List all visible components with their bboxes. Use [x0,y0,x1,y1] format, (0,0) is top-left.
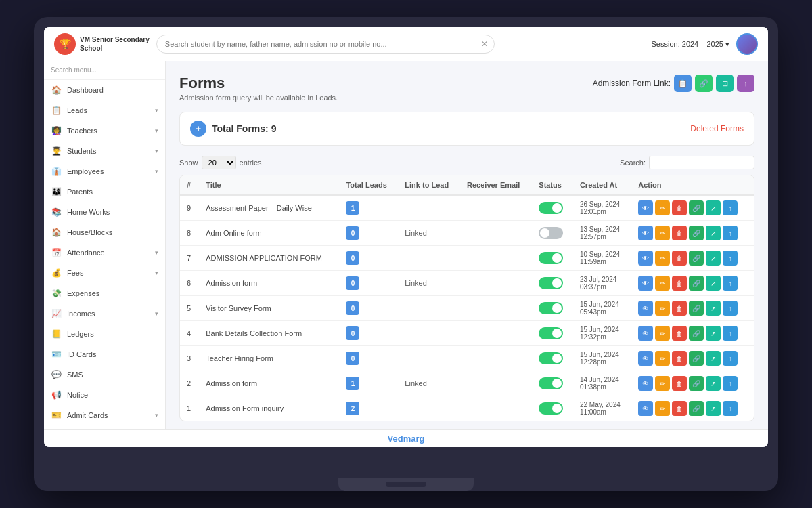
deleted-forms-link[interactable]: Deleted Forms [690,124,744,133]
upload-button[interactable]: ↑ [723,226,738,240]
status-toggle[interactable] [539,252,563,264]
sidebar-item-teachers[interactable]: 👩‍🏫 Teachers ▾ [44,121,165,141]
sidebar-item-attendance[interactable]: 📅 Attendance ▾ [44,242,165,263]
edit-button[interactable]: ✏ [655,351,670,366]
sidebar-item-homeworks[interactable]: 📚 Home Works [44,202,165,222]
sidebar-item-leads[interactable]: 📋 Leads ▾ [44,100,165,121]
share-button[interactable]: ↗ [706,401,721,416]
eye-button[interactable]: 👁 [638,326,653,341]
cell-status[interactable] [532,396,573,421]
edit-button[interactable]: ✏ [655,200,670,215]
sidebar-item-sms[interactable]: 💬 SMS [44,364,165,385]
link-button[interactable]: 🔗 [689,200,704,215]
share-button[interactable]: ↗ [706,200,721,215]
eye-button[interactable]: 👁 [638,251,653,266]
link-button[interactable]: 🔗 [689,326,704,341]
edit-button[interactable]: ✏ [655,276,670,291]
add-form-button[interactable]: + [190,121,206,137]
sidebar-item-fees[interactable]: 💰 Fees ▾ [44,263,165,283]
sidebar-item-parents[interactable]: 👨‍👩‍👦 Parents [44,182,165,202]
cell-status[interactable] [532,371,573,396]
eye-button[interactable]: 👁 [638,351,653,366]
qr-link-button[interactable]: ⊡ [716,75,734,92]
share-link-button[interactable]: 🔗 [695,75,713,92]
sidebar-item-admit-cards[interactable]: 🎫 Admit Cards ▾ [44,405,165,425]
upload-button[interactable]: ↑ [723,401,738,416]
close-icon[interactable]: ✕ [481,39,488,49]
eye-button[interactable]: 👁 [638,200,653,215]
delete-button[interactable]: 🗑 [672,301,687,316]
cell-status[interactable] [532,221,573,246]
upload-button[interactable]: ↑ [723,200,738,215]
link-button[interactable]: 🔗 [689,276,704,291]
delete-button[interactable]: 🗑 [672,326,687,341]
sidebar-item-ledgers[interactable]: 📒 Ledgers [44,324,165,344]
upload-button[interactable]: ↑ [723,326,738,341]
edit-button[interactable]: ✏ [655,251,670,266]
share-button[interactable]: ↗ [706,351,721,366]
delete-button[interactable]: 🗑 [672,226,687,240]
share-button[interactable]: ↗ [706,301,721,316]
embed-link-button[interactable]: ↑ [737,75,754,92]
share-button[interactable]: ↗ [706,326,721,341]
edit-button[interactable]: ✏ [655,401,670,416]
upload-button[interactable]: ↑ [723,376,738,391]
link-button[interactable]: 🔗 [689,401,704,416]
delete-button[interactable]: 🗑 [672,351,687,366]
eye-button[interactable]: 👁 [638,401,653,416]
delete-button[interactable]: 🗑 [672,376,687,391]
status-toggle[interactable] [539,302,563,314]
link-button[interactable]: 🔗 [689,226,704,240]
search-bar[interactable]: ✕ [156,35,495,54]
upload-button[interactable]: ↑ [723,251,738,266]
search-input[interactable] [156,35,495,54]
sidebar-item-incomes[interactable]: 📈 Incomes ▾ [44,303,165,324]
upload-button[interactable]: ↑ [723,276,738,291]
eye-button[interactable]: 👁 [638,301,653,316]
cell-status[interactable] [532,246,573,271]
status-toggle[interactable] [539,277,563,289]
status-toggle[interactable] [539,227,563,239]
status-toggle[interactable] [539,202,563,214]
status-toggle[interactable] [539,402,563,415]
link-button[interactable]: 🔗 [689,376,704,391]
delete-button[interactable]: 🗑 [672,276,687,291]
edit-button[interactable]: ✏ [655,376,670,391]
delete-button[interactable]: 🗑 [672,200,687,215]
sidebar-item-employees[interactable]: 👔 Employees ▾ [44,161,165,182]
share-button[interactable]: ↗ [706,226,721,240]
link-button[interactable]: 🔗 [689,351,704,366]
sidebar-item-expenses[interactable]: 💸 Expenses [44,283,165,303]
edit-button[interactable]: ✏ [655,226,670,240]
share-button[interactable]: ↗ [706,251,721,266]
upload-button[interactable]: ↑ [723,351,738,366]
share-button[interactable]: ↗ [706,376,721,391]
copy-link-button[interactable]: 📋 [674,75,692,92]
sidebar-item-dashboard[interactable]: 🏠 Dashboard [44,80,165,100]
sidebar-item-notice[interactable]: 📢 Notice [44,385,165,405]
cell-status[interactable] [532,296,573,321]
cell-status[interactable] [532,195,573,221]
cell-status[interactable] [532,321,573,346]
status-toggle[interactable] [539,352,563,364]
status-toggle[interactable] [539,377,563,389]
upload-button[interactable]: ↑ [723,301,738,316]
eye-button[interactable]: 👁 [638,376,653,391]
sidebar-item-id-cards[interactable]: 🪪 ID Cards [44,344,165,364]
link-button[interactable]: 🔗 [689,251,704,266]
cell-status[interactable] [532,271,573,296]
cell-status[interactable] [532,346,573,371]
status-toggle[interactable] [539,327,563,339]
avatar[interactable] [736,33,758,55]
sidebar-item-students[interactable]: 👨‍🎓 Students ▾ [44,141,165,161]
eye-button[interactable]: 👁 [638,226,653,240]
link-button[interactable]: 🔗 [689,301,704,316]
share-button[interactable]: ↗ [706,276,721,291]
sidebar-item-house-blocks[interactable]: 🏠 House/Blocks [44,222,165,242]
edit-button[interactable]: ✏ [655,301,670,316]
delete-button[interactable]: 🗑 [672,401,687,416]
eye-button[interactable]: 👁 [638,276,653,291]
edit-button[interactable]: ✏ [655,326,670,341]
table-search-input[interactable] [649,156,754,169]
entries-select[interactable]: 20 50 100 [202,156,236,169]
